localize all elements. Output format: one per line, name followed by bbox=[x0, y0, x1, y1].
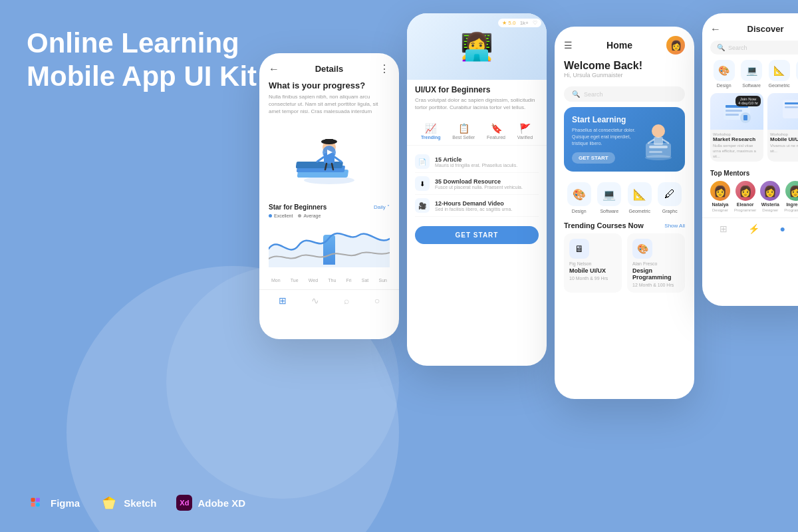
workshop2-name: Mobile UI/U... bbox=[770, 136, 798, 142]
nav-profile[interactable]: ○ bbox=[374, 295, 380, 306]
hero-title: Online Learning Mobile App UI Kit bbox=[27, 27, 257, 94]
discover-search-icon: 🔍 bbox=[717, 44, 725, 51]
feature-video: 🎥 12-Hours Demand Video Sed in facilisis… bbox=[415, 195, 539, 217]
discover-nav-home[interactable]: ● bbox=[780, 223, 785, 234]
progress-heading: What is your progress? bbox=[269, 80, 390, 90]
rating-value: 5.0 bbox=[508, 20, 515, 26]
workshop1-image: Join Now 4 day/10 hr bbox=[710, 93, 763, 130]
filter-tabs: 📈 Trending 📋 Best Seller 🔖 Featured 🚩 Va… bbox=[407, 120, 547, 146]
featured-icon: 🔖 bbox=[491, 123, 502, 134]
eleanor-avatar: 👩 bbox=[735, 181, 755, 201]
svg-rect-24 bbox=[646, 143, 671, 158]
courses-row: 🖥 Fig Nelson Mobile UI/UX 10 Month & 99 … bbox=[555, 233, 694, 293]
header-avatar[interactable]: 👩 bbox=[666, 36, 685, 55]
course1-meta: 10 Month & 99 Hrs bbox=[569, 276, 616, 281]
hamburger-menu[interactable]: ☰ bbox=[564, 40, 573, 51]
join-sub: 4 day/10 hr bbox=[738, 101, 758, 105]
mentor-eleanor[interactable]: 👩 Eleanor Programmer bbox=[734, 181, 756, 212]
get-start-button[interactable]: GET START bbox=[415, 226, 539, 244]
nav-home[interactable]: ⊞ bbox=[279, 295, 287, 306]
discover-nav-activity[interactable]: ⚡ bbox=[748, 223, 759, 234]
dcat-design[interactable]: 🎨 Design bbox=[714, 60, 735, 88]
show-all-trending[interactable]: Show All bbox=[664, 223, 685, 229]
nav-search[interactable]: ⌕ bbox=[344, 295, 349, 306]
workshop-card-1[interactable]: Join Now 4 day/10 hr Workshop Market Res… bbox=[710, 93, 763, 162]
like-icon: ♡ bbox=[533, 20, 537, 26]
svg-rect-4 bbox=[31, 498, 35, 502]
join-badge[interactable]: Join Now 4 day/10 hr bbox=[735, 96, 761, 106]
svg-line-16 bbox=[334, 157, 341, 162]
dcat-geometric[interactable]: 📐 Geometric bbox=[769, 60, 790, 88]
svg-rect-25 bbox=[649, 146, 668, 148]
excellent-label: Excellent bbox=[274, 213, 293, 218]
tab-trending[interactable]: 📈 Trending bbox=[421, 123, 441, 140]
phone1-nav: ⊞ ∿ ⌕ ○ bbox=[259, 289, 399, 313]
feature-article: 📄 15 Article Mauris id fringilla erat. P… bbox=[415, 151, 539, 173]
course1-icon: 🖥 bbox=[569, 239, 589, 259]
design-icon-box: 🎨 bbox=[567, 182, 591, 206]
phone1-title: Details bbox=[315, 64, 344, 74]
svg-point-27 bbox=[652, 124, 665, 138]
hero-text: Online Learning Mobile App UI Kit bbox=[27, 27, 257, 107]
feature-download: ⬇ 35 Download Resource Fusce ut placerat… bbox=[415, 173, 539, 195]
tab-featured[interactable]: 🔖 Featured bbox=[487, 123, 505, 140]
back-button[interactable]: ← bbox=[269, 63, 279, 75]
svg-line-30 bbox=[663, 140, 668, 143]
cat-graphic[interactable]: 🖊 Graphc bbox=[658, 182, 682, 213]
svg-marker-8 bbox=[103, 500, 115, 509]
discover-back[interactable]: ← bbox=[710, 23, 721, 35]
varified-label: Varified bbox=[517, 135, 533, 140]
workshop2-info: Workshop Mobile UI/U... Vivamus ut ne ma… bbox=[767, 130, 798, 157]
mentors-row: 👩 Natalya Designer 👩 Eleanor Programmer … bbox=[702, 181, 798, 217]
mentor-natalya[interactable]: 👩 Natalya Designer bbox=[710, 181, 730, 212]
nav-activity[interactable]: ∿ bbox=[311, 295, 319, 306]
feature-article-text: 15 Article Mauris id fringilla erat. Pha… bbox=[435, 156, 517, 168]
categories-row: 🎨 Design 💻 Software 📐 Geometric 🖊 Graphc bbox=[555, 178, 694, 219]
video-icon: 🎥 bbox=[415, 198, 430, 213]
menu-button[interactable]: ⋮ bbox=[379, 63, 390, 75]
discover-nav-grid[interactable]: ⊞ bbox=[720, 223, 728, 234]
tools-bar: Figma Sketch Xd Adobe XD bbox=[27, 493, 245, 512]
day-mon: Mon bbox=[271, 278, 281, 283]
mentor-wisteria[interactable]: 👩 Wisteria Designer bbox=[760, 181, 780, 212]
tab-varified[interactable]: 🚩 Varified bbox=[517, 123, 533, 140]
tab-bestseller[interactable]: 📋 Best Seller bbox=[452, 123, 475, 140]
mentor-ingredia[interactable]: 👩 Ingredia Programmer bbox=[784, 181, 798, 212]
cat-software[interactable]: 💻 Software bbox=[597, 182, 621, 213]
software-label: Software bbox=[600, 209, 618, 213]
phone-home: ☰ Home 👩 Welcome Back! Hi, Ursula Gunmai… bbox=[555, 27, 694, 399]
home-search-bar[interactable]: 🔍 Search bbox=[564, 86, 685, 102]
legend-excellent: Excellent bbox=[269, 213, 293, 218]
bestseller-label: Best Seller bbox=[452, 135, 475, 140]
ingredia-name: Ingredia bbox=[786, 202, 798, 207]
cat-design[interactable]: 🎨 Design bbox=[567, 182, 591, 213]
average-label: Average bbox=[303, 213, 321, 218]
progress-section: What is your progress? Nulla finibus sap… bbox=[259, 80, 399, 121]
course-card-2[interactable]: 🎨 Alan Fresco Design Programming 12 Mont… bbox=[627, 233, 685, 293]
workshop1-info: Workshop Market Research Nulla semper ni… bbox=[710, 130, 763, 162]
day-sun: Sun bbox=[379, 278, 387, 283]
svg-line-29 bbox=[648, 140, 654, 143]
course-features: 📄 15 Article Mauris id fringilla erat. P… bbox=[407, 146, 547, 222]
dcat-software[interactable]: 💻 Software bbox=[741, 60, 762, 88]
discover-nav: ⊞ ⚡ ● ○ bbox=[702, 217, 798, 239]
svg-rect-12 bbox=[296, 162, 343, 168]
workshop2-image: + bbox=[767, 93, 798, 130]
banner-button[interactable]: GET START bbox=[572, 152, 615, 164]
chart-filter[interactable]: Daily ˅ bbox=[374, 204, 390, 210]
xd-icon: Xd bbox=[176, 495, 192, 511]
natalya-role: Designer bbox=[712, 208, 728, 212]
cat-geometric[interactable]: 📐 Geometric bbox=[628, 182, 652, 213]
design-label: Design bbox=[572, 209, 587, 213]
top-mentors-title: Top Mentors bbox=[710, 170, 749, 177]
home-title: Home bbox=[606, 40, 632, 51]
discover-search-bar[interactable]: 🔍 Search bbox=[710, 41, 798, 55]
svg-rect-26 bbox=[649, 151, 662, 153]
geometric-label: Geometric bbox=[629, 209, 650, 213]
workshop-row: Join Now 4 day/10 hr Workshop Market Res… bbox=[702, 93, 798, 167]
workshop-card-2[interactable]: + Workshop Mobile UI/U... Vivamus ut ne … bbox=[767, 93, 798, 162]
day-sat: Sat bbox=[362, 278, 369, 283]
course-card-1[interactable]: 🖥 Fig Nelson Mobile UI/UX 10 Month & 99 … bbox=[564, 233, 622, 293]
trending-icon: 📈 bbox=[425, 123, 436, 134]
svg-rect-36 bbox=[743, 115, 747, 120]
